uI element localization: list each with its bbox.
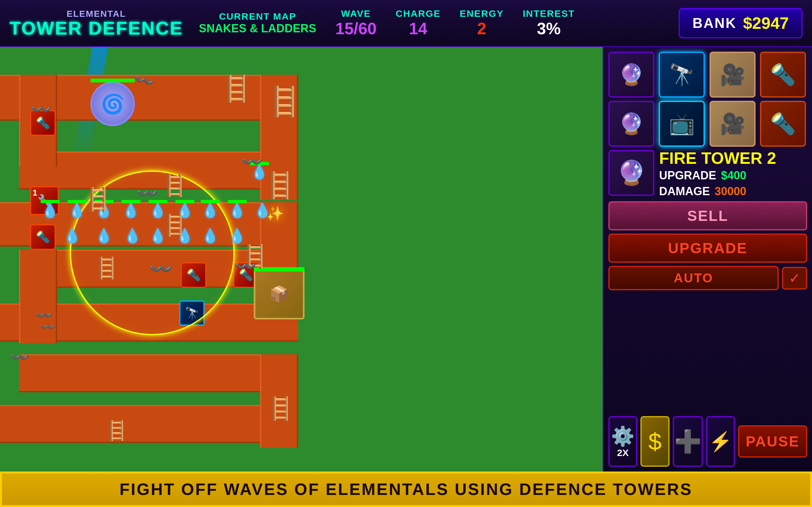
wave-label: WAVE [341, 8, 371, 19]
enemy-1: 💧 [41, 202, 59, 219]
snake-2: 〰️ [30, 99, 52, 120]
wave-group: WAVE 15/60 [335, 8, 376, 38]
energy-group: ENERGY 2 [460, 8, 504, 38]
ladder-2: 🪜 [266, 85, 302, 118]
coin-button[interactable]: $ [641, 416, 669, 467]
upgrade-cost: $400 [721, 169, 746, 182]
tower-info: 🔮 FIRE TOWER 2 UPGRADE $400 DAMAGE 30000 [608, 150, 807, 198]
logo-area: ELEMENTAL TOWER DEFENCE [9, 9, 183, 38]
bank-value: $2947 [743, 14, 789, 33]
enemy-15: 💧 [201, 228, 219, 244]
map-tower-3[interactable]: 🔦 [30, 224, 55, 250]
tower-grid-row-1: 🔮 🔭 🎥 🔦 [608, 52, 807, 98]
map-tower-4[interactable]: 🔦 [181, 262, 206, 288]
bottom-icons-row: ⚙️ 2X $ ➕ ⚡ PAUSE [608, 416, 807, 467]
tower-card-8[interactable]: 🔦 [760, 101, 806, 147]
ladder-5: 🪜 [162, 174, 188, 198]
header: ELEMENTAL TOWER DEFENCE CURRENT MAP SNAK… [0, 0, 812, 47]
interest-value: 3% [537, 19, 561, 38]
enemy-2: 💧 [68, 202, 86, 219]
ladder-8: 🪜 [94, 256, 119, 280]
tower-name: FIRE TOWER 2 [659, 150, 807, 166]
damage-value: 30000 [715, 185, 746, 198]
interest-label: INTEREST [523, 8, 575, 19]
auto-button[interactable]: AUTO [608, 266, 779, 290]
spawn-portal: 🌀 [90, 82, 135, 126]
bank-label: BANK [693, 15, 737, 31]
game-map[interactable]: 🌀 🔦 1🔧 🔦 🔦 🔦 🔭 📦 [0, 47, 603, 471]
bottom-bar: FIGHT OFF WAVES OF ELEMENTALS USING DEFE… [0, 471, 812, 507]
enemy-11: 💧 [95, 228, 113, 244]
enemy-12: 💧 [124, 228, 141, 244]
enemy-7-health [201, 200, 220, 203]
ladder-6: 🪜 [162, 213, 188, 237]
road-h6 [19, 354, 298, 392]
snake-6: 〰️ [235, 256, 257, 277]
map-name: SNAKES & LADDERS [199, 22, 316, 35]
ladder-1: 🪜 [220, 74, 252, 104]
tower-card-5[interactable]: 🔮 [608, 101, 654, 147]
logo-subtitle: ELEMENTAL [67, 9, 126, 19]
tower-card-6[interactable]: 📺 [659, 101, 705, 147]
damage-stat-row: DAMAGE 30000 [659, 185, 807, 198]
enemy-glow: ✨ [266, 205, 284, 222]
pause-button[interactable]: PAUSE [738, 425, 807, 458]
upgrade-button[interactable]: UPGRADE [608, 233, 807, 263]
lightning-card[interactable]: ⚡ [706, 416, 735, 467]
enemy-16: 💧 [229, 228, 246, 244]
current-map-group: CURRENT MAP SNAKES & LADDERS [199, 11, 316, 35]
tower-card-4[interactable]: 🔦 [760, 52, 806, 98]
interest-group: INTEREST 3% [523, 8, 575, 38]
header-stats: CURRENT MAP SNAKES & LADDERS WAVE 15/60 … [199, 8, 679, 38]
bottom-message: FIGHT OFF WAVES OF ELEMENTALS USING DEFE… [119, 480, 693, 499]
speed-control[interactable]: ⚙️ 2X [608, 416, 637, 467]
wave-value: 15/60 [335, 19, 376, 38]
right-panel: 🔮 🔭 🎥 🔦 🔮 📺 [603, 47, 812, 471]
tower-info-text: FIRE TOWER 2 UPGRADE $400 DAMAGE 30000 [659, 150, 807, 198]
enemy-2-health [67, 200, 87, 203]
charge-group: CHARGE 14 [396, 8, 441, 38]
app: ELEMENTAL TOWER DEFENCE CURRENT MAP SNAK… [0, 0, 812, 507]
enemy-10: 💧 [63, 228, 81, 244]
snake-5: 〰️ [149, 258, 173, 280]
upgrade-stat-row: UPGRADE $400 [659, 169, 807, 182]
enemy-4: 💧 [122, 202, 140, 219]
main: 🌀 🔦 1🔧 🔦 🔦 🔦 🔭 📦 [0, 47, 812, 471]
enemy-1-health [41, 200, 60, 203]
enemy-8: 💧 [229, 202, 246, 219]
upgrade-label: UPGRADE [659, 169, 716, 182]
tower-info-image: 🔮 [608, 150, 654, 196]
speed-label: 2X [617, 447, 629, 458]
ladder-3: 🪜 [264, 170, 296, 200]
ladder-9: 🪜 [266, 395, 294, 421]
map-tower-6[interactable]: 🔭 [179, 300, 205, 326]
enemy-8-health [228, 200, 247, 203]
ladder-10: 🪜 [105, 419, 129, 442]
bank-area: BANK $2947 [679, 8, 803, 38]
charge-value: 14 [409, 19, 427, 38]
enemy-6-health [175, 200, 194, 203]
energy-label: ENERGY [460, 8, 504, 19]
portal-health [90, 78, 135, 82]
tower-card-2[interactable]: 🔭 [659, 52, 705, 98]
charge-label: CHARGE [396, 8, 441, 19]
tower-card-1[interactable]: 🔮 [608, 52, 654, 98]
tower-grid-row-2: 🔮 📺 🎥 🔦 [608, 101, 807, 147]
damage-label: DAMAGE [659, 185, 710, 198]
snake-3: 〰️ [136, 183, 158, 204]
auto-checkbox[interactable]: ✓ [782, 267, 807, 290]
auto-row: AUTO ✓ [608, 266, 807, 290]
tower-card-3[interactable]: 🎥 [710, 52, 756, 98]
current-map-label: CURRENT MAP [219, 11, 296, 22]
snake-4: 〰️ [241, 152, 263, 172]
health-icon-card[interactable]: ➕ [673, 416, 703, 467]
enemy-7: 💧 [201, 202, 219, 219]
crate-1: 📦 [254, 269, 305, 320]
snake-9: 〰️ [9, 348, 29, 366]
snake-8: 〰️ [40, 320, 55, 334]
logo-main: TOWER DEFENCE [9, 19, 183, 38]
road-h7 [0, 405, 298, 443]
sell-button[interactable]: SELL [608, 201, 807, 230]
tower-card-7[interactable]: 🎥 [710, 101, 756, 147]
ladder-4: 🪜 [84, 186, 112, 212]
